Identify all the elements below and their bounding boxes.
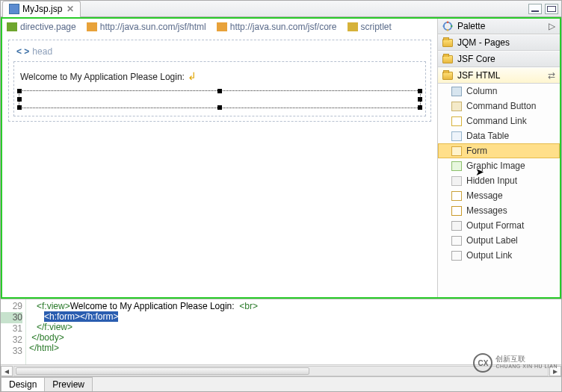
line-gutter: 29 30 31 32 33 [1, 299, 26, 364]
editor-mode-tabs: Design Preview [1, 376, 561, 391]
scriptlet-icon [348, 22, 358, 31]
fview-region[interactable]: Welcome to My Application Please Login:↲ [13, 61, 426, 116]
table-icon [451, 131, 462, 141]
chevron-expand-icon: ⇄ [548, 70, 555, 81]
editor-tab-title: MyJsp.jsp [22, 4, 62, 14]
output-format-icon [451, 221, 462, 231]
scroll-track[interactable] [13, 366, 549, 376]
button-icon [451, 102, 462, 111]
taglib-strip: directive.page http://java.sun.com/jsf/h… [2, 19, 437, 35]
form-icon [451, 146, 462, 156]
svg-point-1 [447, 21, 449, 23]
palette-title: Palette [457, 21, 485, 31]
palette-items: Column Command Button Command Link Data … [438, 84, 560, 297]
palette-item-column[interactable]: Column [438, 84, 560, 99]
taglib-icon [217, 22, 227, 31]
taglib-directive[interactable]: directive.page [7, 22, 76, 32]
palette-item-command-link[interactable]: Command Link [438, 113, 560, 128]
welcome-text: Welcome to My Application Please Login:↲ [19, 66, 421, 90]
close-icon[interactable]: ✕ [67, 4, 74, 14]
palette-header[interactable]: Palette ▷ [438, 19, 560, 34]
design-editor: directive.page http://java.sun.com/jsf/h… [2, 19, 437, 297]
output-label-icon [451, 236, 462, 246]
cursor-caret-icon: ↲ [188, 70, 197, 82]
column-icon [451, 87, 462, 96]
svg-point-3 [447, 29, 449, 31]
palette-item-message[interactable]: Message [438, 188, 560, 203]
scroll-thumb[interactable] [16, 367, 309, 375]
design-canvas[interactable]: < >head Welcome to My Application Please… [8, 40, 431, 122]
palette-panel: Palette ▷ JQM - Pages JSF Core JSF HTML⇄… [437, 19, 560, 297]
head-region-label: < >head [16, 46, 426, 57]
image-icon [451, 161, 462, 171]
palette-item-output-format[interactable]: Output Format [438, 218, 560, 233]
hidden-input-icon [451, 176, 462, 186]
taglib-core[interactable]: http://java.sun.com/jsf/core [217, 22, 337, 32]
jsp-file-icon [9, 4, 19, 14]
palette-item-data-table[interactable]: Data Table [438, 128, 560, 143]
palette-item-graphic-image[interactable]: Graphic Image [438, 158, 560, 173]
minimize-button[interactable] [528, 4, 542, 14]
tab-design[interactable]: Design [1, 377, 45, 391]
tab-preview[interactable]: Preview [44, 377, 93, 391]
folder-icon [442, 72, 453, 80]
palette-item-messages[interactable]: Messages [438, 203, 560, 218]
messages-icon [451, 206, 462, 216]
palette-group-jsfcore[interactable]: JSF Core [438, 51, 560, 67]
editor-tabbar: MyJsp.jsp ✕ [1, 1, 561, 17]
folder-icon [442, 39, 453, 47]
output-link-icon [451, 251, 462, 261]
svg-point-2 [451, 25, 453, 28]
chevron-icon: < > [16, 46, 29, 57]
palette-item-command-button[interactable]: Command Button [438, 99, 560, 113]
scroll-left-button[interactable]: ◂ [1, 366, 13, 376]
palette-group-jsfhtml[interactable]: JSF HTML⇄ [438, 67, 560, 84]
watermark-logo-icon: CX [473, 353, 492, 373]
palette-group-jqm[interactable]: JQM - Pages [438, 34, 560, 51]
palette-item-hidden-input[interactable]: Hidden Input [438, 173, 560, 188]
selected-source[interactable]: <h:form></h:form> [44, 311, 118, 322]
taglib-html[interactable]: http://java.sun.com/jsf/html [87, 22, 206, 32]
palette-item-output-label[interactable]: Output Label [438, 233, 560, 248]
watermark: CX 创新互联 CHUANG XIN HU LIAN [473, 353, 558, 373]
folder-icon [442, 55, 453, 63]
directive-icon [7, 22, 17, 31]
palette-item-output-link[interactable]: Output Link [438, 248, 560, 263]
chevron-right-icon[interactable]: ▷ [549, 21, 555, 31]
taglib-scriptlet[interactable]: scriptlet [348, 22, 392, 32]
maximize-button[interactable] [545, 4, 558, 14]
taglib-icon [87, 22, 97, 31]
palette-icon [442, 21, 453, 31]
palette-item-form[interactable]: Form [438, 143, 560, 158]
svg-point-0 [444, 22, 452, 31]
hform-placeholder[interactable] [19, 90, 421, 108]
message-icon [451, 191, 462, 201]
link-icon [451, 116, 462, 126]
editor-tab-myjsp[interactable]: MyJsp.jsp ✕ [2, 1, 81, 17]
svg-point-4 [442, 25, 445, 28]
